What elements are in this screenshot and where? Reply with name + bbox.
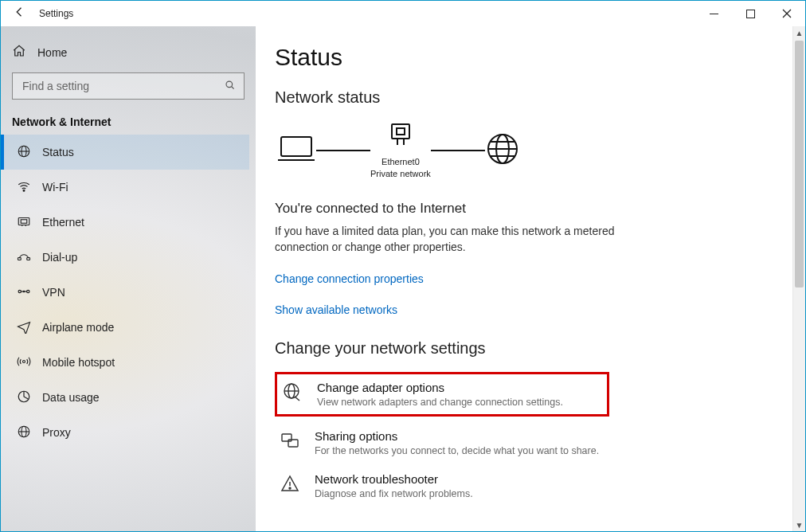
row-change-adapter-options[interactable]: Change adapter options View network adap… xyxy=(275,372,609,417)
status-icon xyxy=(17,144,31,161)
vertical-scrollbar[interactable]: ▲ ▼ xyxy=(792,26,805,531)
adapter-icon xyxy=(387,121,414,151)
warning-icon xyxy=(280,472,300,493)
diagram-adapter: Ethernet0 Private network xyxy=(370,121,431,180)
link-show-available-networks[interactable]: Show available networks xyxy=(275,303,397,316)
search-input[interactable] xyxy=(21,79,225,93)
sidebar-item-airplane[interactable]: Airplane mode xyxy=(1,310,249,345)
search-icon xyxy=(225,80,236,93)
sidebar-item-label: Ethernet xyxy=(42,216,84,229)
svg-point-17 xyxy=(27,290,29,292)
link-change-connection-properties[interactable]: Change connection properties xyxy=(275,272,424,285)
sidebar-item-status[interactable]: Status xyxy=(1,135,249,170)
close-button[interactable] xyxy=(769,1,805,26)
maximize-button[interactable] xyxy=(732,1,769,26)
sidebar-section-heading: Network & Internet xyxy=(7,115,249,135)
sidebar-item-wifi[interactable]: Wi-Fi xyxy=(1,170,249,205)
sidebar-item-label: Data usage xyxy=(42,391,100,404)
svg-rect-15 xyxy=(27,257,30,260)
globe-icon xyxy=(485,131,520,170)
svg-rect-11 xyxy=(21,219,27,223)
row-desc: Diagnose and fix network problems. xyxy=(315,488,473,499)
sidebar-item-proxy[interactable]: Proxy xyxy=(1,415,249,450)
diagram-pc xyxy=(276,133,316,168)
sidebar-item-label: VPN xyxy=(42,286,65,299)
sidebar-item-label: Airplane mode xyxy=(42,321,114,334)
titlebar: Settings xyxy=(1,1,805,26)
search-box[interactable] xyxy=(12,72,245,100)
sidebar-item-label: Dial-up xyxy=(42,251,77,264)
scroll-thumb[interactable] xyxy=(795,41,804,288)
row-title: Change adapter options xyxy=(317,381,563,394)
data-usage-icon xyxy=(17,389,31,406)
row-desc: View network adapters and change connect… xyxy=(317,397,563,408)
diagram-adapter-name: Ethernet0 xyxy=(370,156,431,168)
vpn-icon xyxy=(17,284,31,301)
ethernet-icon xyxy=(17,214,31,231)
content-pane: Status Network status Ethernet0 Private … xyxy=(256,26,805,531)
nav-home[interactable]: Home xyxy=(7,39,249,69)
svg-rect-1 xyxy=(746,10,754,18)
sidebar-item-label: Mobile hotspot xyxy=(42,356,115,369)
nav-home-label: Home xyxy=(37,46,67,59)
window-controls xyxy=(695,1,805,26)
minimize-button[interactable] xyxy=(695,1,732,26)
svg-point-4 xyxy=(226,81,233,88)
diagram-line xyxy=(431,150,485,151)
dialup-icon xyxy=(17,249,31,266)
row-network-troubleshooter[interactable]: Network troubleshooter Diagnose and fix … xyxy=(275,464,786,507)
window-title: Settings xyxy=(39,8,73,19)
svg-rect-28 xyxy=(392,124,409,139)
svg-point-43 xyxy=(289,487,291,489)
change-settings-heading: Change your network settings xyxy=(275,339,786,358)
row-title: Network troubleshooter xyxy=(315,472,473,486)
proxy-icon xyxy=(17,424,31,441)
home-icon xyxy=(12,44,26,61)
back-button[interactable] xyxy=(1,5,39,22)
settings-list: Change adapter options View network adap… xyxy=(275,372,786,507)
sidebar-item-datausage[interactable]: Data usage xyxy=(1,380,249,415)
sharing-icon xyxy=(280,429,300,450)
row-desc: For the networks you connect to, decide … xyxy=(315,445,599,456)
row-title: Sharing options xyxy=(315,429,599,443)
svg-rect-26 xyxy=(281,137,311,156)
page-title: Status xyxy=(275,44,786,71)
network-diagram: Ethernet0 Private network xyxy=(275,121,786,180)
airplane-icon xyxy=(17,319,31,336)
globe-icon xyxy=(282,381,303,401)
network-status-heading: Network status xyxy=(275,88,786,107)
hotspot-icon xyxy=(17,354,31,371)
sidebar-item-dialup[interactable]: Dial-up xyxy=(1,240,249,275)
wifi-icon xyxy=(17,179,31,196)
sidebar: Home Network & Internet Status Wi-Fi Eth… xyxy=(1,26,256,531)
svg-rect-14 xyxy=(18,257,22,260)
svg-line-5 xyxy=(232,86,234,88)
sidebar-item-label: Status xyxy=(42,146,74,158)
diagram-network-type: Private network xyxy=(370,168,431,180)
sidebar-item-label: Wi-Fi xyxy=(42,181,68,194)
connected-body: If you have a limited data plan, you can… xyxy=(275,223,625,256)
sidebar-item-hotspot[interactable]: Mobile hotspot xyxy=(1,345,249,380)
svg-point-21 xyxy=(23,360,25,362)
sidebar-item-ethernet[interactable]: Ethernet xyxy=(1,205,249,240)
svg-point-16 xyxy=(18,290,21,292)
svg-point-9 xyxy=(23,190,25,191)
sidebar-item-vpn[interactable]: VPN xyxy=(1,275,249,310)
sidebar-item-label: Proxy xyxy=(42,426,71,439)
row-sharing-options[interactable]: Sharing options For the networks you con… xyxy=(275,421,786,464)
connected-title: You're connected to the Internet xyxy=(275,201,786,217)
diagram-line xyxy=(316,150,370,151)
scroll-down-arrow[interactable]: ▼ xyxy=(793,518,805,531)
svg-rect-29 xyxy=(397,128,405,135)
scroll-up-arrow[interactable]: ▲ xyxy=(793,26,805,39)
pc-icon xyxy=(276,133,316,168)
svg-rect-10 xyxy=(18,217,29,225)
diagram-internet xyxy=(485,131,520,170)
